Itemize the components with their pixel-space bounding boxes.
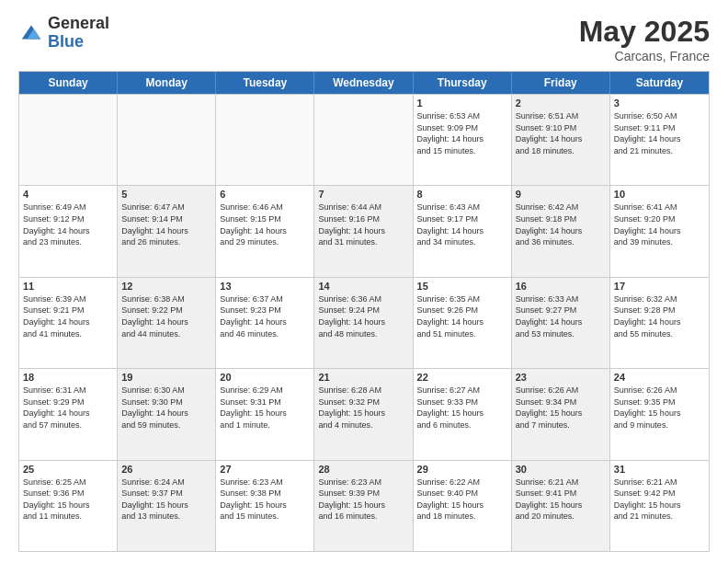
title-month: May 2025 [579,15,710,49]
day-number-30: 30 [516,464,606,475]
day-number-19: 19 [121,372,211,383]
header: General Blue May 2025 Carcans, France [18,15,710,63]
day-number-10: 10 [614,189,705,200]
cell-w2-d4: 7Sunrise: 6:44 AM Sunset: 9:16 PM Daylig… [314,186,413,276]
day-info-7: Sunrise: 6:44 AM Sunset: 9:16 PM Dayligh… [318,201,408,247]
cell-w3-d6: 16Sunrise: 6:33 AM Sunset: 9:27 PM Dayli… [512,278,610,368]
cell-w2-d7: 10Sunrise: 6:41 AM Sunset: 9:20 PM Dayli… [610,186,709,276]
cell-w5-d1: 25Sunrise: 6:25 AM Sunset: 9:36 PM Dayli… [19,461,118,551]
cell-w1-d3 [216,95,314,185]
title-block: May 2025 Carcans, France [579,15,710,63]
day-number-12: 12 [121,281,211,292]
day-number-14: 14 [318,281,408,292]
day-info-26: Sunrise: 6:24 AM Sunset: 9:37 PM Dayligh… [121,477,211,523]
cell-w3-d3: 13Sunrise: 6:37 AM Sunset: 9:23 PM Dayli… [216,278,314,368]
cell-w2-d1: 4Sunrise: 6:49 AM Sunset: 9:12 PM Daylig… [19,186,118,276]
week-row-1: 1Sunrise: 6:53 AM Sunset: 9:09 PM Daylig… [19,94,709,185]
cell-w1-d7: 3Sunrise: 6:50 AM Sunset: 9:11 PM Daylig… [610,95,709,185]
cell-w4-d6: 23Sunrise: 6:26 AM Sunset: 9:34 PM Dayli… [512,369,610,459]
day-info-24: Sunrise: 6:26 AM Sunset: 9:35 PM Dayligh… [614,385,705,431]
cell-w4-d4: 21Sunrise: 6:28 AM Sunset: 9:32 PM Dayli… [314,369,413,459]
day-info-21: Sunrise: 6:28 AM Sunset: 9:32 PM Dayligh… [318,385,408,431]
day-number-21: 21 [318,372,408,383]
day-number-29: 29 [417,464,507,475]
day-number-11: 11 [23,281,113,292]
day-info-6: Sunrise: 6:46 AM Sunset: 9:15 PM Dayligh… [220,201,310,247]
page: General Blue May 2025 Carcans, France Su… [0,0,728,563]
cell-w3-d7: 17Sunrise: 6:32 AM Sunset: 9:28 PM Dayli… [610,278,709,368]
week-row-3: 11Sunrise: 6:39 AM Sunset: 9:21 PM Dayli… [19,277,709,368]
cell-w1-d1 [19,95,118,185]
day-info-31: Sunrise: 6:21 AM Sunset: 9:42 PM Dayligh… [614,477,705,523]
day-info-16: Sunrise: 6:33 AM Sunset: 9:27 PM Dayligh… [516,293,606,339]
day-info-20: Sunrise: 6:29 AM Sunset: 9:31 PM Dayligh… [220,385,310,431]
day-number-26: 26 [121,464,211,475]
day-number-2: 2 [516,98,606,109]
day-number-4: 4 [23,189,113,200]
logo-general-text: General [48,15,109,33]
cell-w2-d6: 9Sunrise: 6:42 AM Sunset: 9:18 PM Daylig… [512,186,610,276]
day-number-20: 20 [220,372,310,383]
header-wednesday: Wednesday [314,72,413,94]
day-info-8: Sunrise: 6:43 AM Sunset: 9:17 PM Dayligh… [417,201,507,247]
week-row-5: 25Sunrise: 6:25 AM Sunset: 9:36 PM Dayli… [19,460,709,551]
week-row-2: 4Sunrise: 6:49 AM Sunset: 9:12 PM Daylig… [19,185,709,276]
cell-w4-d3: 20Sunrise: 6:29 AM Sunset: 9:31 PM Dayli… [216,369,314,459]
header-saturday: Saturday [610,72,709,94]
day-info-12: Sunrise: 6:38 AM Sunset: 9:22 PM Dayligh… [121,293,211,339]
day-info-30: Sunrise: 6:21 AM Sunset: 9:41 PM Dayligh… [516,477,606,523]
cell-w5-d3: 27Sunrise: 6:23 AM Sunset: 9:38 PM Dayli… [216,461,314,551]
day-info-17: Sunrise: 6:32 AM Sunset: 9:28 PM Dayligh… [614,293,705,339]
day-info-1: Sunrise: 6:53 AM Sunset: 9:09 PM Dayligh… [417,110,507,156]
cell-w5-d6: 30Sunrise: 6:21 AM Sunset: 9:41 PM Dayli… [512,461,610,551]
day-number-24: 24 [614,372,705,383]
day-info-5: Sunrise: 6:47 AM Sunset: 9:14 PM Dayligh… [121,201,211,247]
day-number-15: 15 [417,281,507,292]
calendar: Sunday Monday Tuesday Wednesday Thursday… [18,71,710,552]
day-info-22: Sunrise: 6:27 AM Sunset: 9:33 PM Dayligh… [417,385,507,431]
day-number-9: 9 [516,189,606,200]
cell-w5-d5: 29Sunrise: 6:22 AM Sunset: 9:40 PM Dayli… [414,461,512,551]
cell-w1-d2 [118,95,216,185]
day-number-28: 28 [318,464,408,475]
cell-w2-d2: 5Sunrise: 6:47 AM Sunset: 9:14 PM Daylig… [118,186,216,276]
cell-w4-d5: 22Sunrise: 6:27 AM Sunset: 9:33 PM Dayli… [414,369,512,459]
day-info-10: Sunrise: 6:41 AM Sunset: 9:20 PM Dayligh… [614,201,705,247]
cell-w3-d1: 11Sunrise: 6:39 AM Sunset: 9:21 PM Dayli… [19,278,118,368]
day-info-18: Sunrise: 6:31 AM Sunset: 9:29 PM Dayligh… [23,385,113,431]
day-info-23: Sunrise: 6:26 AM Sunset: 9:34 PM Dayligh… [516,385,606,431]
cell-w5-d4: 28Sunrise: 6:23 AM Sunset: 9:39 PM Dayli… [314,461,413,551]
cell-w1-d6: 2Sunrise: 6:51 AM Sunset: 9:10 PM Daylig… [512,95,610,185]
day-info-14: Sunrise: 6:36 AM Sunset: 9:24 PM Dayligh… [318,293,408,339]
day-number-1: 1 [417,98,507,109]
day-info-25: Sunrise: 6:25 AM Sunset: 9:36 PM Dayligh… [23,477,113,523]
header-monday: Monday [118,72,216,94]
day-info-27: Sunrise: 6:23 AM Sunset: 9:38 PM Dayligh… [220,477,310,523]
calendar-header: Sunday Monday Tuesday Wednesday Thursday… [19,72,709,94]
day-number-7: 7 [318,189,408,200]
day-number-18: 18 [23,372,113,383]
cell-w3-d2: 12Sunrise: 6:38 AM Sunset: 9:22 PM Dayli… [118,278,216,368]
cell-w2-d3: 6Sunrise: 6:46 AM Sunset: 9:15 PM Daylig… [216,186,314,276]
week-row-4: 18Sunrise: 6:31 AM Sunset: 9:29 PM Dayli… [19,368,709,459]
logo-icon [18,20,44,46]
day-info-19: Sunrise: 6:30 AM Sunset: 9:30 PM Dayligh… [121,385,211,431]
header-friday: Friday [512,72,610,94]
cell-w5-d2: 26Sunrise: 6:24 AM Sunset: 9:37 PM Dayli… [118,461,216,551]
cell-w4-d2: 19Sunrise: 6:30 AM Sunset: 9:30 PM Dayli… [118,369,216,459]
cell-w3-d4: 14Sunrise: 6:36 AM Sunset: 9:24 PM Dayli… [314,278,413,368]
day-number-27: 27 [220,464,310,475]
logo-text: General Blue [48,15,109,52]
day-info-13: Sunrise: 6:37 AM Sunset: 9:23 PM Dayligh… [220,293,310,339]
day-info-11: Sunrise: 6:39 AM Sunset: 9:21 PM Dayligh… [23,293,113,339]
day-number-16: 16 [516,281,606,292]
calendar-body: 1Sunrise: 6:53 AM Sunset: 9:09 PM Daylig… [19,94,709,551]
day-number-13: 13 [220,281,310,292]
day-number-8: 8 [417,189,507,200]
day-info-29: Sunrise: 6:22 AM Sunset: 9:40 PM Dayligh… [417,477,507,523]
day-number-6: 6 [220,189,310,200]
day-info-9: Sunrise: 6:42 AM Sunset: 9:18 PM Dayligh… [516,201,606,247]
cell-w2-d5: 8Sunrise: 6:43 AM Sunset: 9:17 PM Daylig… [414,186,512,276]
day-number-22: 22 [417,372,507,383]
day-info-2: Sunrise: 6:51 AM Sunset: 9:10 PM Dayligh… [516,110,606,156]
